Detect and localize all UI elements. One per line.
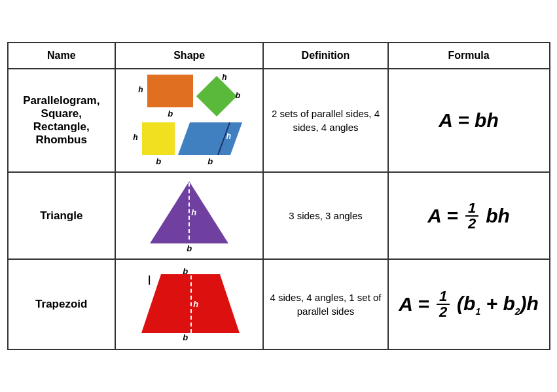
table-row: Trapezoid b | h b — [8, 259, 550, 349]
formula-parallelogram: A = bh — [388, 69, 550, 172]
shape-name-trapezoid: Trapezoid — [8, 259, 116, 349]
header-name: Name — [8, 43, 116, 69]
definition-trapezoid: 4 sides, 4 angles, 1 set of parallel sid… — [263, 259, 387, 349]
definition-parallelogram: 2 sets of parallel sides, 4 sides, 4 ang… — [263, 69, 387, 172]
header-shape: Shape — [115, 43, 263, 69]
definition-triangle: 3 sides, 3 angles — [263, 172, 387, 259]
header-definition: Definition — [263, 43, 387, 69]
header-formula: Formula — [388, 43, 550, 69]
table-row: Parallelogram,Square,Rectangle,Rhombus h… — [8, 69, 550, 172]
formula-triangle: A = 1 2 bh — [388, 172, 550, 259]
table-row: Triangle h b 3 sides, 3 angles — [8, 172, 550, 259]
shape-visual-triangle: h b — [115, 172, 263, 259]
geometry-formulas-table: Name Shape Definition Formula Parallelog… — [7, 42, 550, 350]
shape-name-parallelogram: Parallelogram,Square,Rectangle,Rhombus — [8, 69, 116, 172]
shape-name-triangle: Triangle — [8, 172, 116, 259]
shape-visual-trapezoid: b | h b — [115, 259, 263, 349]
formula-trapezoid: A = 1 2 (b1 + b2)h — [388, 259, 550, 349]
shape-visual-parallelogram: h b h b — [115, 69, 263, 172]
